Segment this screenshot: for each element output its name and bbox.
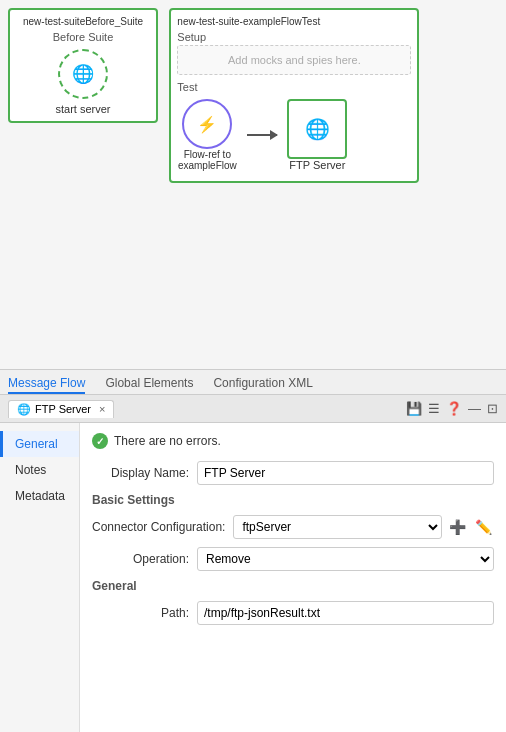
connector-config-select[interactable]: ftpServer — [233, 515, 442, 539]
left-sidebar: General Notes Metadata — [0, 423, 80, 732]
edit-connector-button[interactable]: ✏️ — [472, 516, 494, 538]
panel-area: 🌐 FTP Server × 💾 ☰ ❓ — ⊡ General Notes M… — [0, 395, 506, 732]
test-row: ⚡ Flow-ref toexampleFlow 🌐 FTP Server — [177, 95, 411, 175]
ftp-server-icon-box[interactable]: 🌐 — [287, 99, 347, 159]
suite-box: new-test-suiteBefore_Suite Before Suite … — [8, 8, 158, 123]
tab-global-elements[interactable]: Global Elements — [105, 374, 193, 394]
tab-configuration-xml[interactable]: Configuration XML — [213, 374, 312, 394]
help-icon[interactable]: ❓ — [446, 401, 462, 416]
flow-ref-icon-box[interactable]: ⚡ — [182, 99, 232, 149]
panel-header: 🌐 FTP Server × 💾 ☰ ❓ — ⊡ — [0, 395, 506, 423]
minimize-icon[interactable]: — — [468, 401, 481, 416]
operation-select[interactable]: Remove — [197, 547, 494, 571]
status-bar: There are no errors. — [92, 433, 494, 449]
ftp-server-icon: 🌐 — [305, 117, 330, 141]
start-server-label: start server — [16, 103, 150, 115]
list-icon[interactable]: ☰ — [428, 401, 440, 416]
flow-test-box: new-test-suite-exampleFlowTest Setup Add… — [169, 8, 419, 183]
ftp-tab-close[interactable]: × — [99, 403, 105, 415]
sidebar-nav-notes[interactable]: Notes — [0, 457, 79, 483]
path-row: Path: — [92, 601, 494, 625]
status-icon — [92, 433, 108, 449]
suite-box-subtitle: Before Suite — [16, 31, 150, 43]
main-panel: There are no errors. Display Name: Basic… — [80, 423, 506, 732]
suite-box-title: new-test-suiteBefore_Suite — [16, 16, 150, 27]
operation-row: Operation: Remove — [92, 547, 494, 571]
mock-area: Add mocks and spies here. — [177, 45, 411, 75]
flow-ref-icon: ⚡ — [197, 115, 217, 134]
sidebar-nav-metadata[interactable]: Metadata — [0, 483, 79, 509]
ftp-tab-label: FTP Server — [35, 403, 91, 415]
add-connector-button[interactable]: ➕ — [446, 516, 468, 538]
tab-message-flow[interactable]: Message Flow — [8, 374, 85, 394]
panel-tab-ftp[interactable]: 🌐 FTP Server × — [8, 400, 114, 418]
flow-ref-label: Flow-ref toexampleFlow — [177, 149, 237, 171]
path-label: Path: — [92, 606, 197, 620]
restore-icon[interactable]: ⊡ — [487, 401, 498, 416]
save-icon[interactable]: 💾 — [406, 401, 422, 416]
display-name-label: Display Name: — [92, 466, 197, 480]
ftp-server-canvas-label: FTP Server — [289, 159, 345, 171]
panel-header-icons: 💾 ☰ ❓ — ⊡ — [406, 401, 498, 416]
display-name-input[interactable] — [197, 461, 494, 485]
operation-label: Operation: — [92, 552, 197, 566]
operation-select-wrap: Remove — [197, 547, 494, 571]
start-server-icon[interactable]: 🌐 — [58, 49, 108, 99]
setup-label: Setup — [177, 31, 411, 43]
connector-config-label: Connector Configuration: — [92, 520, 233, 534]
test-label: Test — [177, 81, 411, 93]
ftp-tab-icon: 🌐 — [17, 403, 31, 416]
path-input[interactable] — [197, 601, 494, 625]
status-message: There are no errors. — [114, 434, 221, 448]
flow-test-title: new-test-suite-exampleFlowTest — [177, 16, 411, 27]
arrow-connector — [247, 134, 277, 136]
general-title: General — [92, 579, 494, 595]
ftp-server-node[interactable]: 🌐 FTP Server — [287, 99, 347, 171]
sidebar-nav-general[interactable]: General — [0, 431, 79, 457]
connector-config-row: Connector Configuration: ftpServer ➕ ✏️ — [92, 515, 494, 539]
basic-settings-title: Basic Settings — [92, 493, 494, 509]
panel-body: General Notes Metadata There are no erro… — [0, 423, 506, 732]
flow-ref-node[interactable]: ⚡ Flow-ref toexampleFlow — [177, 99, 237, 171]
display-name-row: Display Name: — [92, 461, 494, 485]
connector-config-select-wrap: ftpServer ➕ ✏️ — [233, 515, 494, 539]
canvas-area: new-test-suiteBefore_Suite Before Suite … — [0, 0, 506, 370]
bottom-tabs: Message Flow Global Elements Configurati… — [0, 370, 506, 395]
